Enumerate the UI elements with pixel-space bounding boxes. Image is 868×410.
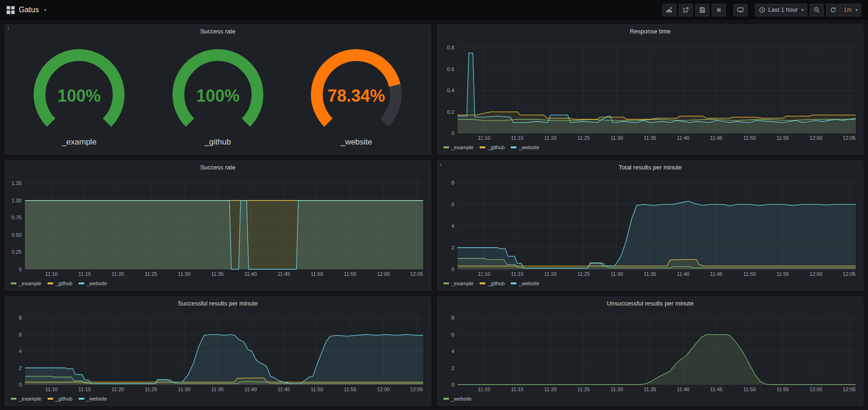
chart-canvas[interactable]: 11:1011:1511:2011:2511:3011:3511:4011:45…: [5, 310, 431, 394]
response-time-chart[interactable]: 11:1011:1511:2011:2511:3011:3511:4011:45…: [438, 38, 863, 143]
x-tick-label: 12:00: [809, 386, 822, 392]
refresh-button[interactable]: [826, 4, 840, 16]
share-button[interactable]: [679, 4, 693, 16]
legend-label: _website: [519, 281, 539, 286]
legend-item-website[interactable]: _website: [443, 396, 472, 402]
gauge-canvas: 78.34%: [290, 45, 422, 137]
x-tick-label: 11:45: [278, 271, 290, 277]
x-tick-label: 11:50: [743, 386, 756, 392]
panel-success-rate-graph: Success rate 11:1011:1511:2011:2511:3011…: [5, 161, 431, 290]
legend-item-github[interactable]: _github: [48, 396, 72, 402]
dashboard-caret-icon[interactable]: ▾: [44, 8, 47, 12]
dashboards-grid-icon[interactable]: [7, 6, 15, 14]
share-icon: [683, 7, 689, 13]
x-tick-label: 11:25: [577, 271, 590, 277]
refresh-interval-button[interactable]: 1m ▾: [840, 4, 861, 16]
series-area-_website: [25, 201, 423, 269]
y-tick-label: 0.50: [12, 232, 22, 238]
x-tick-label: 11:30: [178, 271, 191, 277]
x-tick-label: 11:15: [511, 135, 523, 141]
x-tick-label: 11:45: [278, 386, 290, 392]
zoom-out-button[interactable]: [810, 4, 824, 16]
success-rate-chart[interactable]: 11:1011:1511:2011:2511:3011:3511:4011:45…: [5, 174, 431, 279]
legend-item-example[interactable]: _example: [443, 145, 474, 150]
panel-title: Unsuccessful results per minute: [607, 300, 693, 307]
x-tick-label: 11:30: [611, 386, 623, 392]
legend-item-website[interactable]: _website: [511, 145, 539, 150]
legend-label: _website: [519, 145, 539, 150]
gauge-label: _github: [205, 137, 231, 147]
panel-header[interactable]: Response time: [438, 25, 863, 38]
panel-header[interactable]: Success rate: [5, 161, 431, 174]
x-tick-label: 11:20: [544, 386, 557, 392]
legend-item-website[interactable]: _website: [79, 281, 107, 286]
y-tick-label: 0.8: [447, 45, 454, 50]
unsuccessful-results-chart[interactable]: 11:1011:1511:2011:2511:3011:3511:4011:45…: [438, 310, 863, 394]
x-tick-label: 12:05: [843, 386, 856, 392]
gauge-label: _website: [341, 137, 372, 147]
x-tick-label: 11:55: [776, 271, 789, 277]
legend-label: _website: [451, 396, 472, 402]
x-tick-label: 11:40: [677, 135, 690, 141]
x-tick-label: 11:40: [677, 271, 690, 277]
x-tick-label: 11:10: [45, 386, 58, 392]
panel-header[interactable]: Total results per minute: [438, 161, 863, 174]
successful-results-chart[interactable]: 11:1011:1511:2011:2511:3011:3511:4011:45…: [5, 310, 431, 394]
legend-item-example[interactable]: _example: [11, 281, 41, 286]
x-tick-label: 11:35: [211, 386, 224, 392]
tv-mode-button[interactable]: [733, 4, 747, 16]
x-tick-label: 11:25: [577, 386, 590, 392]
x-tick-label: 11:15: [79, 271, 91, 277]
dashboard-title[interactable]: Gatus: [19, 6, 39, 14]
legend-label: _website: [87, 396, 107, 402]
save-button[interactable]: [695, 4, 709, 16]
y-tick-label: 2: [19, 365, 22, 371]
legend-item-github[interactable]: _github: [480, 281, 505, 286]
panel-title: Success rate: [200, 164, 235, 171]
x-tick-label: 11:10: [478, 386, 490, 392]
x-tick-label: 12:05: [410, 386, 423, 392]
panel-info-icon[interactable]: i: [440, 161, 442, 167]
y-tick-label: 0.75: [12, 215, 22, 220]
legend-item-example[interactable]: _example: [443, 281, 474, 286]
legend-label: _example: [451, 281, 474, 286]
panel-title: Successful results per minute: [178, 300, 258, 307]
panel-title: Success rate: [200, 28, 235, 35]
chart-canvas[interactable]: 11:1011:1511:2011:2511:3011:3511:4011:45…: [5, 174, 431, 279]
x-tick-label: 11:50: [743, 271, 756, 277]
chart-canvas[interactable]: 11:1011:1511:2011:2511:3011:3511:4011:45…: [438, 310, 863, 394]
x-tick-label: 11:15: [511, 386, 523, 392]
panel-header[interactable]: Unsuccessful results per minute: [438, 297, 863, 310]
legend-item-example[interactable]: _example: [11, 396, 41, 402]
x-tick-label: 11:30: [611, 271, 623, 277]
total-results-chart[interactable]: 11:1011:1511:2011:2511:3011:3511:4011:45…: [438, 174, 863, 279]
legend-item-website[interactable]: _website: [79, 396, 107, 402]
x-tick-label: 11:45: [710, 271, 723, 277]
x-tick-label: 11:35: [211, 271, 224, 277]
chart-canvas[interactable]: 11:1011:1511:2011:2511:3011:3511:4011:45…: [438, 38, 863, 143]
x-tick-label: 12:00: [809, 271, 822, 277]
refresh-icon: [830, 7, 836, 13]
panel-title: Response time: [630, 28, 671, 35]
legend-item-website[interactable]: _website: [511, 281, 539, 286]
legend-item-github[interactable]: _github: [48, 281, 72, 286]
legend-item-github[interactable]: _github: [480, 145, 505, 150]
gauge-value: 100%: [196, 86, 240, 105]
panel-header[interactable]: Success rate: [5, 25, 431, 38]
chart-canvas[interactable]: 11:1011:1511:2011:2511:3011:3511:4011:45…: [438, 174, 863, 279]
y-tick-label: 6: [451, 201, 454, 207]
time-range-button[interactable]: Last 1 hour ▾: [755, 4, 807, 16]
x-tick-label: 11:10: [45, 271, 58, 277]
x-tick-label: 11:35: [643, 386, 656, 392]
settings-button[interactable]: [712, 4, 726, 16]
x-tick-label: 12:05: [843, 135, 856, 141]
add-panel-button[interactable]: [662, 4, 676, 16]
zoom-out-icon: [813, 7, 820, 13]
panel-header[interactable]: Successful results per minute: [5, 297, 431, 310]
panel-info-icon[interactable]: i: [8, 25, 9, 31]
x-tick-label: 11:10: [478, 135, 490, 141]
legend-swatch: [511, 282, 516, 284]
monitor-icon: [737, 7, 744, 13]
legend-swatch: [443, 398, 449, 400]
gauges-row: 100%_example100%_github78.34%_website: [5, 38, 431, 154]
